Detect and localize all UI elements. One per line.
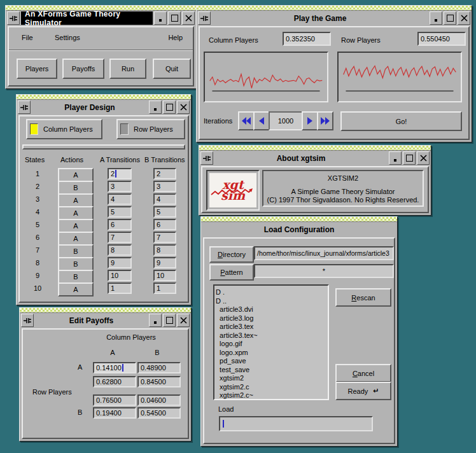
minimize-button[interactable] bbox=[149, 314, 162, 327]
file-item[interactable]: test_save bbox=[216, 366, 326, 375]
pin-icon[interactable] bbox=[18, 101, 31, 114]
iterations-value-field[interactable]: 1000 bbox=[269, 111, 303, 130]
action-button[interactable]: B bbox=[58, 257, 94, 271]
payoff-input-a-b2[interactable]: 0.19400 bbox=[93, 407, 136, 419]
b-transition-input[interactable]: 1 bbox=[153, 282, 176, 294]
a-transition-input[interactable]: 9 bbox=[108, 257, 132, 268]
load-input[interactable] bbox=[219, 416, 373, 431]
iterations-fast-decrement-button[interactable] bbox=[238, 111, 255, 130]
close-button[interactable] bbox=[417, 151, 430, 165]
quit-button[interactable]: Quit bbox=[153, 59, 191, 79]
file-item[interactable]: D . bbox=[216, 288, 326, 297]
close-button[interactable] bbox=[177, 314, 190, 327]
pin-icon[interactable] bbox=[198, 11, 211, 25]
pattern-button[interactable]: Pattern bbox=[209, 264, 254, 281]
action-button[interactable]: A bbox=[58, 232, 94, 246]
titlebar[interactable]: Load Configuration bbox=[201, 222, 397, 237]
pin-icon[interactable] bbox=[200, 151, 213, 165]
payoff-input-b-b2[interactable]: 0.54500 bbox=[137, 407, 181, 419]
ready-button[interactable]: Ready ↵ bbox=[335, 382, 391, 400]
menu-settings[interactable]: Settings bbox=[51, 27, 84, 48]
maximize-button[interactable] bbox=[444, 11, 456, 25]
payoff-input-b-b1[interactable]: 0.04600 bbox=[137, 394, 181, 406]
b-transition-input[interactable]: 8 bbox=[153, 244, 176, 256]
close-button[interactable] bbox=[458, 11, 470, 25]
file-list[interactable]: D . D .. article3.dvi article3.log artic… bbox=[213, 284, 329, 400]
a-transition-input[interactable]: 4 bbox=[108, 193, 132, 205]
file-item[interactable]: xgtsim2.c~ bbox=[216, 391, 326, 400]
pin-icon[interactable] bbox=[21, 314, 34, 327]
payoff-input-a-a1[interactable]: 0.14100 bbox=[93, 362, 136, 373]
maximize-button[interactable] bbox=[163, 101, 176, 114]
cancel-button[interactable]: Cancel bbox=[335, 364, 391, 382]
directory-input[interactable]: /home/thor/misc/linux_journal/xforms/art… bbox=[254, 246, 394, 260]
minimize-button[interactable] bbox=[149, 101, 162, 114]
file-item[interactable]: xgtsim2 bbox=[216, 374, 326, 383]
titlebar[interactable]: Edit Payoffs bbox=[20, 313, 191, 328]
a-transition-input[interactable]: 3 bbox=[108, 181, 132, 192]
action-button[interactable]: B bbox=[58, 181, 94, 195]
titlebar[interactable]: About xgtsim bbox=[199, 151, 431, 165]
action-button[interactable]: B bbox=[58, 244, 94, 258]
b-transition-input[interactable]: 5 bbox=[153, 206, 176, 218]
resize-handle-bar[interactable] bbox=[199, 146, 431, 151]
file-item[interactable]: article3.log bbox=[216, 314, 326, 323]
close-button[interactable] bbox=[177, 101, 190, 114]
resize-handle-bar[interactable] bbox=[17, 95, 191, 100]
players-button[interactable]: Players bbox=[17, 59, 57, 79]
run-button[interactable]: Run bbox=[109, 59, 146, 79]
a-transition-input[interactable]: 5 bbox=[108, 206, 132, 218]
titlebar[interactable]: An XForms Game Theory Simulator bbox=[6, 11, 196, 25]
rescan-button[interactable]: Rescan bbox=[335, 288, 391, 307]
payoff-input-a-a2[interactable]: 0.62800 bbox=[93, 376, 136, 387]
maximize-button[interactable] bbox=[163, 314, 176, 327]
file-item[interactable]: article3.dvi bbox=[216, 305, 326, 314]
file-item[interactable]: article3.tex bbox=[216, 323, 326, 331]
payoffs-button[interactable]: Payoffs bbox=[62, 59, 104, 79]
menu-file[interactable]: File bbox=[18, 27, 37, 48]
titlebar[interactable]: Play the Game bbox=[197, 11, 472, 25]
close-button[interactable] bbox=[182, 11, 195, 25]
file-item[interactable]: article3.tex~ bbox=[216, 331, 326, 340]
file-item[interactable]: xgtsim2.c bbox=[216, 383, 326, 392]
b-transition-input[interactable]: 4 bbox=[153, 193, 176, 205]
titlebar[interactable]: Player Design bbox=[17, 100, 191, 115]
payoff-input-b-a1[interactable]: 0.48900 bbox=[137, 362, 181, 373]
action-button[interactable]: B bbox=[58, 270, 94, 284]
action-button[interactable]: A bbox=[58, 219, 94, 233]
file-item[interactable]: pd_save bbox=[216, 357, 326, 366]
action-button[interactable]: A bbox=[58, 193, 94, 207]
minimize-button[interactable] bbox=[154, 11, 167, 25]
b-transition-input[interactable]: 3 bbox=[153, 181, 176, 192]
action-button[interactable]: A bbox=[58, 282, 94, 296]
file-item[interactable]: logo.gif bbox=[216, 340, 326, 349]
iterations-increment-button[interactable] bbox=[302, 111, 318, 130]
directory-button[interactable]: Directory bbox=[209, 246, 254, 263]
b-transition-input[interactable]: 6 bbox=[153, 219, 176, 230]
maximize-button[interactable] bbox=[403, 151, 416, 165]
a-transition-input[interactable]: 1 bbox=[108, 282, 132, 294]
resize-handle-bar[interactable] bbox=[197, 6, 472, 11]
go-button[interactable]: Go! bbox=[340, 111, 462, 131]
pattern-input[interactable]: * bbox=[254, 264, 394, 278]
a-transition-input[interactable]: 10 bbox=[108, 270, 132, 281]
row-players-toggle[interactable]: Row Players bbox=[116, 119, 185, 139]
iterations-fast-increment-button[interactable] bbox=[317, 111, 333, 130]
file-item[interactable]: D .. bbox=[216, 297, 326, 306]
iterations-decrement-button[interactable] bbox=[253, 111, 270, 130]
b-transition-input[interactable]: 2 bbox=[153, 168, 176, 179]
a-transition-input[interactable]: 6 bbox=[108, 219, 132, 230]
b-transition-input[interactable]: 10 bbox=[153, 270, 176, 281]
resize-handle-bar[interactable] bbox=[20, 308, 191, 313]
a-transition-input[interactable]: 7 bbox=[108, 232, 132, 243]
menu-help[interactable]: Help bbox=[164, 27, 186, 48]
minimize-button[interactable] bbox=[430, 11, 442, 25]
file-item[interactable]: logo.xpm bbox=[216, 349, 326, 358]
minimize-button[interactable] bbox=[389, 151, 402, 165]
a-transition-input[interactable]: 2 bbox=[108, 168, 132, 179]
a-transition-input[interactable]: 8 bbox=[108, 244, 132, 256]
b-transition-input[interactable]: 7 bbox=[153, 232, 176, 243]
maximize-button[interactable] bbox=[168, 11, 181, 25]
b-transition-input[interactable]: 9 bbox=[153, 257, 176, 268]
action-button[interactable]: A bbox=[58, 168, 94, 182]
